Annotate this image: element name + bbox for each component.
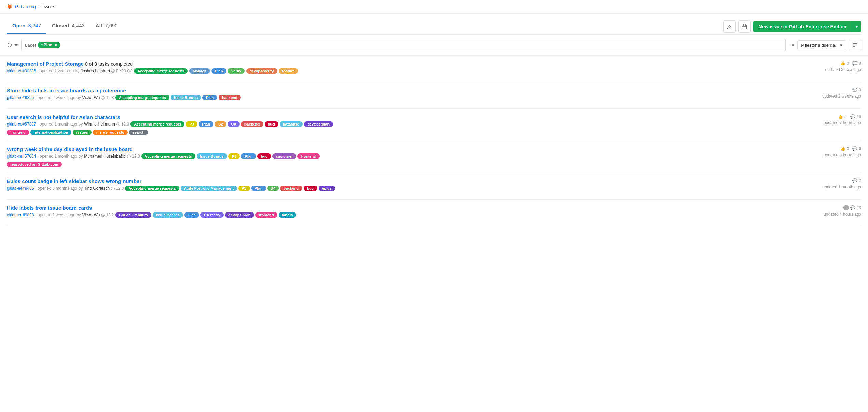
label-tag[interactable]: merge requests <box>93 130 128 135</box>
issue-actions: 👍 2 💬 16 updated 7 hours ago <box>817 114 861 125</box>
calendar-button[interactable] <box>738 20 751 33</box>
label-tag[interactable]: devops:verify <box>246 68 278 74</box>
label-tag[interactable]: frontend <box>7 130 29 135</box>
label-tag[interactable]: Accepting merge requests <box>130 121 184 127</box>
header-bar: Open 3,247Closed 4,443All 7,690 New issu… <box>0 14 868 34</box>
label-tag[interactable]: internationalization <box>30 130 72 135</box>
label-tag[interactable]: backend <box>241 121 263 127</box>
thumbs-action: 👍 3 <box>840 146 849 151</box>
comment-icon: 💬 <box>852 88 857 92</box>
label-tag[interactable]: Accepting merge requests <box>115 95 169 100</box>
label-tag[interactable]: issues <box>73 130 91 135</box>
issue-title[interactable]: Management of Project Storage <box>7 61 84 67</box>
issue-id[interactable]: gitlab-ce#57387 <box>7 122 36 127</box>
label-tag[interactable]: Verify <box>228 68 245 74</box>
label-tag[interactable]: Issue Boards <box>153 212 183 218</box>
label-tag[interactable]: Accepting merge requests <box>141 153 195 159</box>
comments-action: 💬 2 <box>852 178 861 183</box>
issue-item: Hide labels from issue board cards gitla… <box>7 200 861 226</box>
label-tag[interactable]: P3 <box>238 186 250 191</box>
updated-text: updated 1 month ago <box>823 185 861 189</box>
nav-org[interactable]: GitLab.org <box>15 4 36 9</box>
comments-action: 💬 6 <box>852 146 861 151</box>
label-tag[interactable]: S4 <box>267 186 279 191</box>
label-tag[interactable]: Plan <box>241 153 256 159</box>
milestone: 12.3 <box>116 122 129 127</box>
issue-author[interactable]: Victor Wu <box>82 212 100 217</box>
filter-label-text: Label <box>25 43 36 48</box>
label-tag[interactable]: search <box>129 130 148 135</box>
milestone: 12.2 <box>101 212 114 217</box>
issue-author[interactable]: Winnie Hellmann <box>84 122 115 127</box>
label-tag[interactable]: P3 <box>186 121 197 127</box>
reset-filters-button[interactable] <box>7 42 18 48</box>
issue-title[interactable]: User search is not helpful for Asian cha… <box>7 114 120 120</box>
label-tag[interactable]: devops:plan <box>225 212 254 218</box>
issue-title[interactable]: Wrong week of the day displayed in the i… <box>7 146 133 152</box>
label-tag[interactable]: UX ready <box>200 212 224 218</box>
issue-author[interactable]: Tino Goratsch <box>84 186 110 191</box>
tab-all[interactable]: All 7,690 <box>90 19 123 34</box>
issue-id[interactable]: gitlab-ce#57064 <box>7 154 36 159</box>
label-tag[interactable]: database <box>280 121 303 127</box>
label-tag[interactable]: Plan <box>251 186 266 191</box>
comment-icon: 💬 <box>852 61 857 66</box>
issue-id[interactable]: gitlab-ee#8465 <box>7 186 34 191</box>
label-tag[interactable]: bug <box>265 121 278 127</box>
label-tag[interactable]: feature <box>279 68 298 74</box>
label-tag[interactable]: bug <box>304 186 317 191</box>
tab-label: Closed <box>52 23 69 28</box>
label-tag[interactable]: bug <box>257 153 271 159</box>
label-tag[interactable]: reproduced on GitLab.com <box>7 162 62 167</box>
filter-clear-button[interactable]: × <box>788 42 798 49</box>
issue-meta: gitlab-ee#9895 · opened 2 weeks ago by V… <box>7 95 815 100</box>
issue-author[interactable]: Muhamed Huseinbašić <box>84 154 126 159</box>
tab-closed[interactable]: Closed 4,443 <box>46 19 90 34</box>
label-tag[interactable]: P3 <box>228 153 240 159</box>
rss-button[interactable] <box>723 20 736 33</box>
sort-dropdown[interactable]: Milestone due da... ▾ <box>797 40 846 50</box>
label-tag[interactable]: Accepting merge requests <box>125 186 179 191</box>
filter-left: Label ~Plan × × <box>7 39 797 51</box>
label-tag[interactable]: epics <box>319 186 335 191</box>
thumbs-icon: 👍 <box>840 146 845 151</box>
issue-id[interactable]: gitlab-ee#9895 <box>7 95 34 100</box>
issue-title[interactable]: Store hide labels in issue boards as a p… <box>7 88 126 93</box>
label-tag[interactable]: frontend <box>255 212 278 218</box>
label-tag[interactable]: Agile Portfolio Management <box>181 186 237 191</box>
issue-author[interactable]: Victor Wu <box>82 95 100 100</box>
issue-title[interactable]: Epics count badge in left sidebar shows … <box>7 178 141 184</box>
label-tag[interactable]: Plan <box>211 68 226 74</box>
sort-order-button[interactable] <box>849 39 861 51</box>
label-tag[interactable]: Issue Boards <box>171 95 201 100</box>
label-tag[interactable]: frontend <box>297 153 320 159</box>
label-tag[interactable]: labels <box>279 212 296 218</box>
issue-id[interactable]: gitlab-ee#9838 <box>7 212 34 217</box>
label-tag[interactable]: devops:plan <box>304 121 333 127</box>
label-tag[interactable]: Accepting merge requests <box>134 68 188 74</box>
new-issue-button[interactable]: New issue in GitLab Enterprise Edition ▾ <box>753 21 862 32</box>
comment-icon: 💬 <box>850 205 855 210</box>
label-tag[interactable]: Manage <box>189 68 210 74</box>
label-tag[interactable]: GitLab Premium <box>115 212 151 218</box>
label-tag[interactable]: backend <box>219 95 241 100</box>
label-tag[interactable]: Plan <box>202 95 217 100</box>
label-tag[interactable]: S2 <box>215 121 226 127</box>
issue-actions: 💬 23 updated 4 hours ago <box>817 205 861 217</box>
issue-author[interactable]: Joshua Lambert <box>81 69 110 73</box>
label-tag[interactable]: Issue Boards <box>197 153 227 159</box>
issue-title[interactable]: Hide labels from issue board cards <box>7 205 92 211</box>
label-tag[interactable]: UX <box>228 121 240 127</box>
label-tag[interactable]: backend <box>280 186 302 191</box>
label-tag[interactable]: Plan <box>184 212 199 218</box>
filter-chip-close[interactable]: × <box>54 42 57 48</box>
tab-open[interactable]: Open 3,247 <box>7 19 46 34</box>
issue-id[interactable]: gitlab-ce#30336 <box>7 69 36 73</box>
new-issue-dropdown-icon[interactable]: ▾ <box>852 21 861 32</box>
issue-content: User search is not helpful for Asian cha… <box>7 114 817 135</box>
label-tag[interactable]: customer <box>272 153 296 159</box>
label-tag[interactable]: Plan <box>199 121 213 127</box>
filter-input[interactable]: Label ~Plan × <box>21 39 786 51</box>
comment-icon: 💬 <box>852 146 857 151</box>
issue-content: Wrong week of the day displayed in the i… <box>7 146 817 167</box>
